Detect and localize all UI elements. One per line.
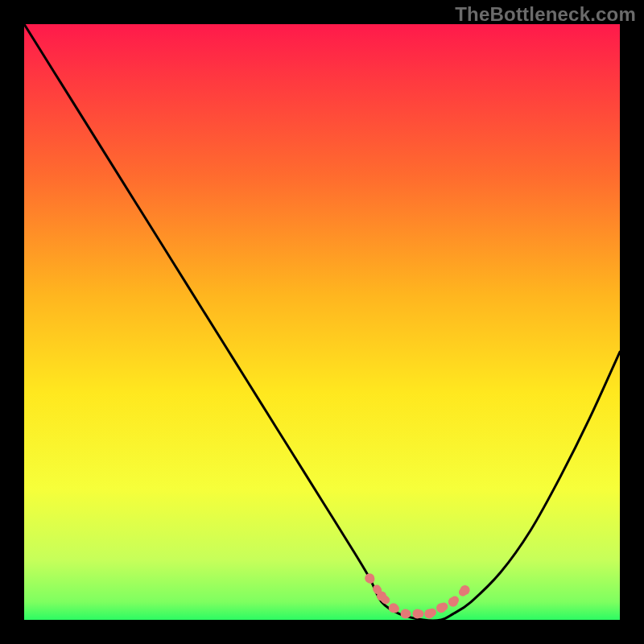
plot-area — [24, 24, 620, 620]
marker-layer — [24, 24, 620, 620]
highlight-marker — [460, 585, 470, 595]
highlight-marker — [365, 573, 374, 583]
highlight-marker — [448, 597, 458, 607]
highlight-marker — [377, 591, 386, 601]
highlight-marker — [412, 609, 422, 619]
highlight-marker — [401, 609, 411, 619]
highlight-marker — [424, 609, 434, 619]
highlight-markers — [365, 573, 469, 618]
highlight-marker — [436, 603, 446, 613]
chart-frame: TheBottleneck.com — [0, 0, 644, 644]
highlight-marker — [389, 603, 398, 613]
watermark-text: TheBottleneck.com — [455, 3, 636, 26]
